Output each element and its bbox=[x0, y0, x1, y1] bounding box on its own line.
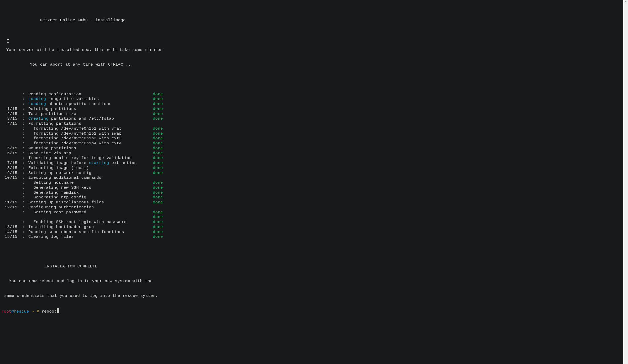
separator: : bbox=[22, 121, 28, 126]
step-number bbox=[1, 195, 22, 200]
step-number: 1/15 bbox=[1, 107, 22, 112]
progress-row: :Loading image file variablesdone bbox=[1, 97, 622, 102]
progress-row: 2/15:Test partition sizedone bbox=[1, 112, 622, 117]
step-description: Generating ramdisk bbox=[28, 190, 153, 195]
status-done: done bbox=[153, 126, 163, 131]
intro-line-2: You can abort at any time with CTRL+C ..… bbox=[1, 62, 622, 67]
progress-row: 12/15:Configuring authentication bbox=[1, 205, 622, 210]
separator: : bbox=[22, 116, 28, 121]
progress-row: 10/15:Executing additional commands bbox=[1, 175, 622, 180]
step-description: Loading ubuntu specific functions bbox=[28, 102, 153, 107]
step-number bbox=[1, 156, 22, 161]
progress-row: : Setting root passworddone bbox=[1, 210, 622, 215]
step-description: Generating ntp config bbox=[28, 195, 153, 200]
progress-row: 3/15:Creating partitions and /etc/fstabd… bbox=[1, 116, 622, 121]
step-number bbox=[1, 141, 22, 146]
progress-row: : formatting /dev/nvme0n1p4 with ext4don… bbox=[1, 141, 622, 146]
step-description: Sync time via ntp bbox=[28, 151, 153, 156]
scroll-up-icon[interactable] bbox=[624, 1, 627, 2]
step-number bbox=[1, 97, 22, 102]
progress-row: : formatting /dev/nvme0n1p3 with ext3don… bbox=[1, 136, 622, 141]
step-number: 15/15 bbox=[1, 234, 22, 239]
progress-row: done bbox=[1, 215, 622, 220]
separator: : bbox=[22, 175, 28, 180]
step-number: 5/15 bbox=[1, 146, 22, 151]
separator: : bbox=[22, 136, 28, 141]
status-done: done bbox=[153, 136, 163, 141]
status-done: done bbox=[153, 107, 163, 112]
status-done: done bbox=[153, 146, 163, 151]
status-done: done bbox=[153, 195, 163, 200]
status-done: done bbox=[153, 92, 163, 97]
separator: : bbox=[22, 205, 28, 210]
scrollbar[interactable] bbox=[623, 0, 628, 364]
step-number bbox=[1, 185, 22, 190]
step-number bbox=[1, 126, 22, 131]
step-description: Running some ubuntu specific functions bbox=[28, 230, 153, 235]
status-done: done bbox=[153, 116, 163, 121]
status-done: done bbox=[153, 185, 163, 190]
blank-line bbox=[1, 249, 622, 254]
progress-row: :Reading configurationdone bbox=[1, 92, 622, 97]
separator: : bbox=[22, 92, 28, 97]
step-description: formatting /dev/nvme0n1p2 with swap bbox=[28, 131, 153, 136]
status-done: done bbox=[153, 156, 163, 161]
step-description: Formatting partitions bbox=[28, 121, 153, 126]
step-description: Executing additional commands bbox=[28, 175, 153, 180]
footer-line-2: same credentials that you used to log in… bbox=[1, 293, 622, 298]
status-done: done bbox=[153, 161, 163, 166]
intro-line-1: Your server will be installed now, this … bbox=[1, 48, 622, 52]
separator: : bbox=[22, 195, 28, 200]
step-number: 14/15 bbox=[1, 230, 22, 235]
step-number: 12/15 bbox=[1, 205, 22, 210]
shell-prompt[interactable]: root@rescue ~ # reboot bbox=[1, 308, 622, 314]
step-number: 9/15 bbox=[1, 171, 22, 176]
blank-line bbox=[1, 33, 622, 38]
step-number: 7/15 bbox=[1, 161, 22, 166]
step-description: formatting /dev/nvme0n1p1 with vfat bbox=[28, 126, 153, 131]
separator: : bbox=[22, 161, 28, 166]
step-description: Enabling SSH root login with password bbox=[28, 220, 153, 225]
status-done: done bbox=[153, 200, 163, 205]
separator: : bbox=[22, 210, 28, 215]
step-number bbox=[1, 136, 22, 141]
step-number bbox=[1, 180, 22, 185]
status-done: done bbox=[153, 190, 163, 195]
step-number bbox=[1, 92, 22, 97]
prompt-at: @ bbox=[11, 309, 14, 314]
prompt-command: reboot bbox=[42, 309, 57, 314]
step-number: 6/15 bbox=[1, 151, 22, 156]
progress-row: 9/15:Setting up network configdone bbox=[1, 171, 622, 176]
progress-row: 11/15:Setting up miscellaneous filesdone bbox=[1, 200, 622, 205]
status-done: done bbox=[153, 171, 163, 176]
separator: : bbox=[22, 107, 28, 112]
step-number: 10/15 bbox=[1, 175, 22, 180]
separator: : bbox=[22, 126, 28, 131]
step-description: Setting root password bbox=[28, 210, 153, 215]
separator: : bbox=[22, 200, 28, 205]
terminal-output[interactable]: I Hetzner Online GmbH - installimage You… bbox=[0, 0, 623, 364]
step-number: 11/15 bbox=[1, 200, 22, 205]
step-number: 2/15 bbox=[1, 112, 22, 117]
progress-row: 4/15:Formatting partitions bbox=[1, 121, 622, 126]
step-number: 4/15 bbox=[1, 121, 22, 126]
step-description: Generating new SSH keys bbox=[28, 185, 153, 190]
step-description: formatting /dev/nvme0n1p3 with ext3 bbox=[28, 136, 153, 141]
separator: : bbox=[22, 166, 28, 171]
status-done: done bbox=[153, 151, 163, 156]
status-done: done bbox=[153, 234, 163, 239]
status-done: done bbox=[153, 220, 163, 225]
separator: : bbox=[22, 146, 28, 151]
step-description: Creating partitions and /etc/fstab bbox=[28, 116, 153, 121]
step-description: Mounting partitions bbox=[28, 146, 153, 151]
step-description: Setting up miscellaneous files bbox=[28, 200, 153, 205]
separator: : bbox=[22, 97, 28, 102]
step-description: Loading image file variables bbox=[28, 97, 153, 102]
step-number: 13/15 bbox=[1, 225, 22, 230]
status-done: done bbox=[153, 166, 163, 171]
progress-row: : Enabling SSH root login with passwordd… bbox=[1, 220, 622, 225]
step-description: Importing public key for image validatio… bbox=[28, 156, 153, 161]
step-description: Test partition size bbox=[28, 112, 153, 117]
separator: : bbox=[22, 190, 28, 195]
status-done: done bbox=[153, 131, 163, 136]
